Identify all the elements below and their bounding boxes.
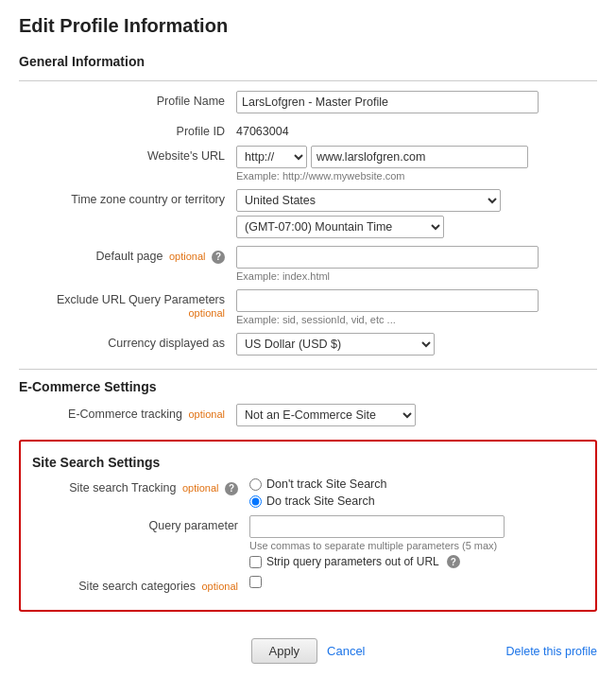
currency-row: Currency displayed as US Dollar (USD $) [19, 333, 597, 356]
exclude-url-row: Exclude URL Query Parameters optional Ex… [19, 289, 597, 325]
exclude-url-example: Example: sid, sessionId, vid, etc ... [236, 314, 597, 325]
site-search-section: Site Search Settings Site search Trackin… [19, 440, 597, 612]
categories-optional: optional [201, 581, 238, 592]
profile-name-label: Profile Name [19, 91, 236, 108]
timezone-zone-select[interactable]: (GMT-07:00) Mountain Time [236, 216, 444, 238]
profile-name-input[interactable] [236, 91, 539, 113]
ecommerce-tracking-row: E-Commerce tracking optional Not an E-Co… [19, 404, 597, 426]
strip-params-checkbox[interactable] [249, 556, 262, 568]
site-search-categories-row: Site search categories optional [32, 576, 584, 593]
site-search-categories-label: Site search categories optional [32, 576, 249, 593]
site-search-tracking-label: Site search Tracking optional ? [32, 477, 249, 495]
site-search-optional: optional [182, 482, 219, 494]
profile-id-label: Profile ID [19, 121, 236, 138]
cancel-button[interactable]: Cancel [327, 644, 365, 658]
strip-params-label: Strip query parameters out of URL [266, 555, 439, 568]
profile-name-row: Profile Name [19, 91, 597, 113]
site-search-tracking-row: Site search Tracking optional ? Don't tr… [32, 477, 584, 508]
default-page-row: Default page optional ? Example: index.h… [19, 246, 597, 282]
website-url-example: Example: http://www.mywebsite.com [236, 170, 597, 182]
dont-track-radio-label[interactable]: Don't track Site Search [249, 477, 584, 491]
exclude-url-optional: optional [188, 307, 225, 319]
exclude-url-input[interactable] [236, 289, 539, 312]
timezone-row: Time zone country or territory United St… [19, 189, 597, 238]
currency-label: Currency displayed as [19, 333, 236, 350]
do-track-radio[interactable] [249, 495, 262, 508]
dont-track-label: Don't track Site Search [266, 477, 386, 491]
site-search-heading: Site Search Settings [32, 455, 584, 470]
categories-checkbox[interactable] [249, 576, 262, 588]
website-url-row: Website's URL http:// https:// Example: … [19, 146, 597, 182]
website-url-input[interactable] [311, 146, 528, 168]
footer-buttons: Apply Cancel Delete this profile [19, 629, 597, 664]
profile-id-value: 47063004 [236, 121, 597, 138]
currency-select[interactable]: US Dollar (USD $) [236, 333, 435, 356]
default-page-optional: optional [169, 251, 206, 262]
query-param-row: Query parameter Use commas to separate m… [32, 515, 584, 568]
profile-id-row: Profile ID 47063004 [19, 121, 597, 138]
do-track-label: Do track Site Search [266, 494, 375, 508]
ecommerce-section: E-Commerce Settings E-Commerce tracking … [19, 369, 597, 426]
dont-track-radio[interactable] [249, 478, 262, 491]
site-search-help-icon[interactable]: ? [225, 482, 238, 495]
ecommerce-tracking-select[interactable]: Not an E-Commerce Site [236, 404, 416, 426]
strip-params-help-icon[interactable]: ? [447, 555, 460, 568]
ecommerce-optional: optional [188, 408, 225, 420]
general-info-heading: General Information [19, 54, 597, 69]
query-param-hint: Use commas to separate multiple paramete… [249, 540, 584, 551]
query-param-input[interactable] [249, 515, 505, 538]
timezone-country-select[interactable]: United States [236, 189, 501, 212]
url-prefix-select[interactable]: http:// https:// [236, 146, 307, 168]
query-param-label: Query parameter [32, 515, 249, 532]
default-page-help-icon[interactable]: ? [212, 251, 225, 264]
do-track-radio-label[interactable]: Do track Site Search [249, 494, 584, 508]
general-info-section: General Information Profile Name Profile… [19, 54, 597, 356]
website-url-label: Website's URL [19, 146, 236, 163]
default-page-input[interactable] [236, 246, 539, 269]
apply-button[interactable]: Apply [251, 638, 318, 664]
exclude-url-label: Exclude URL Query Parameters optional [19, 289, 236, 320]
ecommerce-tracking-label: E-Commerce tracking optional [19, 404, 236, 421]
delete-profile-link[interactable]: Delete this profile [505, 645, 597, 658]
page-title: Edit Profile Information [19, 15, 597, 37]
ecommerce-heading: E-Commerce Settings [19, 379, 597, 394]
default-page-label: Default page optional ? [19, 246, 236, 264]
timezone-label: Time zone country or territory [19, 189, 236, 206]
site-search-radio-group: Don't track Site Search Do track Site Se… [249, 477, 584, 508]
default-page-example: Example: index.html [236, 270, 597, 282]
